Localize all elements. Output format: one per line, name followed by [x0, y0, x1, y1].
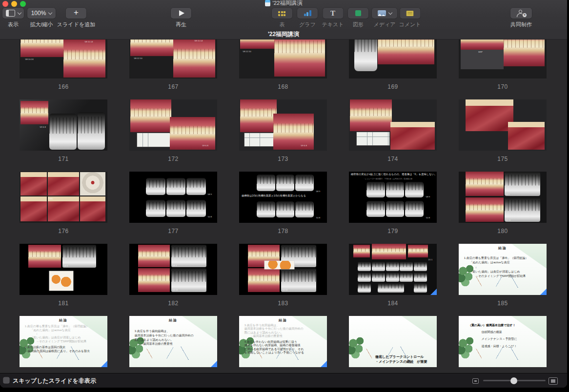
slide-text-line: 感染を伴わない肉芽組織、組織の修復補填	[244, 344, 325, 348]
hide-skipped-slides-label: スキップしたスライドを非表示	[13, 377, 96, 385]
add-person-icon: +	[516, 10, 527, 17]
slide-thumbnail-168[interactable]: '08.12.10	[239, 39, 327, 78]
slide-grid[interactable]: '08.10.24'08 11.14166'08.12.10'08 11.141…	[0, 39, 567, 388]
slide-photo-xray	[505, 197, 541, 222]
slide-number: 173	[239, 156, 327, 162]
slide-thumbnail-178[interactable]: '08 9歯槽骨は2/3の無機性基質と1/3の有機性基質とからなる'10 8	[239, 172, 327, 223]
slide-number: 176	[20, 228, 107, 235]
slide-thumbnail-174[interactable]	[349, 99, 437, 151]
slide-text-block: （質の高い）歯周基本治療で治す！信頼関係の構築メインテナンス～予防型に達成感・目…	[468, 323, 545, 352]
view-button[interactable]	[2, 8, 24, 19]
zoom-out-thumbnails-icon[interactable]	[472, 378, 479, 384]
slide-thumbnail-169[interactable]	[349, 39, 437, 78]
slide-photo-xray	[386, 273, 399, 282]
slide-photo-diagram	[49, 271, 73, 291]
slide-text-line: 歯周基本治療を十分に行った後の歯周外科の	[244, 327, 325, 331]
slide-caption: '16 11	[505, 219, 510, 221]
slide-thumbnail-167[interactable]: '08.12.10'08 11.14	[129, 39, 217, 78]
slide-cell: 緻密骨の変化がx線上に強く現れるものの、透過像は「0」を意味しない。「シュレーダ…	[349, 172, 437, 236]
slide-photo-clinical	[273, 114, 314, 150]
zoom-level-button[interactable]: 100%	[27, 8, 56, 19]
slide-cell: '08 9'16 11180	[459, 172, 547, 236]
shape-button[interactable]	[348, 8, 368, 19]
slide-photo-surgical	[48, 196, 80, 221]
play-button[interactable]	[171, 8, 191, 19]
slide-text-line: ↓	[464, 265, 545, 270]
slide-cell: '16 11183	[239, 244, 327, 309]
slide-caption: '08.12.10	[134, 57, 142, 59]
slide-photo-clinical	[20, 39, 68, 57]
slide-photo-xray	[414, 273, 427, 282]
slide-text-block: 3.炎症を伴う歯肉組織は、歯周基本治療を十分に行った後の歯周外科の際にはあまり認…	[135, 329, 216, 346]
slide-thumbnail-190[interactable]: （質の高い）歯周基本治療で治す！信頼関係の構築メインテナンス～予防型に達成感・目…	[459, 316, 547, 367]
slide-caption: '08 9	[505, 193, 509, 195]
slide-text-line: 3.炎症を伴う歯肉組織は、	[135, 329, 216, 333]
build-indicator-badge	[430, 289, 437, 295]
slide-photo-xray	[366, 201, 385, 217]
slide-thumbnail-187[interactable]: 結論3.炎症を伴う歯肉組織は、歯周基本治療を十分に行った後の歯周外科の際にはあま…	[129, 316, 217, 367]
keynote-window: '22福岡講演 表示 100% 拡大/縮小 + スライドを追加	[0, 0, 567, 388]
slide-thumbnail-177[interactable]: '08 9'10 8	[129, 172, 217, 223]
slide-caption: '08 9	[172, 264, 177, 266]
slide-thumbnail-171[interactable]: '09 6.8	[20, 99, 107, 151]
hide-skipped-slides-checkbox[interactable]	[3, 377, 9, 383]
collaborate-button[interactable]: +	[510, 8, 532, 19]
slide-cell: 結論1.炎症の最も重要な所見は「滲出」（病理総論）「ぬれた歯肉」はactiveな…	[20, 316, 107, 381]
slide-cell: SRP170	[459, 39, 547, 92]
slide-title: 結論	[459, 246, 547, 251]
slide-text-line: →歯周病の原因は歯根面にあり。それのみを除去	[25, 350, 106, 353]
slide-thumbnail-188[interactable]: 結論3.炎症を伴う肉芽組織は、歯周基本治療を十分に行った後の歯周外科の際にはあま…	[239, 316, 327, 367]
slide-thumbnail-185[interactable]: 結論1.炎症の最も重要な所見は「滲出」（病理総論）「ぬれた歯肉」はactiveな…	[459, 244, 547, 295]
slide-thumbnail-166[interactable]: '08.10.24'08 11.14	[20, 39, 107, 78]
slide-photo-xray	[146, 200, 165, 217]
zoom-in-thumbnails-icon[interactable]	[549, 377, 558, 385]
slide-photo-surgical	[48, 172, 80, 196]
slide-thumbnail-176[interactable]: EMD	[20, 172, 107, 223]
slide-thumbnail-183[interactable]: '16 11	[239, 244, 327, 295]
media-button[interactable]	[372, 8, 397, 19]
slide-number: 172	[129, 156, 217, 162]
slide-thumbnail-186[interactable]: 結論1.炎症の最も重要な所見は「滲出」（病理総論）「ぬれた歯肉」はactiveな…	[20, 316, 107, 367]
slide-text-line: 達成感・目標・よろこび！	[468, 344, 545, 348]
keynote-document-icon	[265, 0, 270, 6]
slide-photo-xray	[257, 201, 275, 218]
thumbnail-zoom-slider-thumb[interactable]	[510, 377, 517, 384]
slide-thumbnail-175[interactable]	[459, 99, 547, 151]
slide-thumbnail-172[interactable]: '09 6.8	[129, 99, 217, 151]
chart-button[interactable]	[297, 8, 318, 19]
slide-number: 171	[20, 156, 107, 162]
slide-thumbnail-182[interactable]: '08 9'16 11	[129, 244, 217, 295]
slide-caption: '10 8	[316, 216, 320, 218]
slide-caption: '08.12.10	[243, 50, 251, 52]
slide-thumbnail-181[interactable]: '08 9	[20, 244, 107, 295]
table-icon	[278, 11, 286, 16]
thumbnail-zoom-slider[interactable]	[483, 380, 546, 381]
add-slide-button[interactable]: +	[66, 8, 86, 19]
slide-text-line: 1.炎症の最も重要な所見は「滲出」（病理総論）	[25, 325, 106, 329]
text-label: テキスト	[322, 21, 344, 28]
slide-cell: '09 6.8173	[239, 99, 327, 164]
slide-thumbnail-184[interactable]: '21 1	[349, 244, 437, 295]
chevron-down-icon	[17, 10, 21, 14]
plus-icon: +	[74, 10, 79, 15]
slide-cell: '08 9'10 8177	[129, 172, 217, 236]
text-button[interactable]: T	[323, 8, 343, 19]
slide-cell: '08.12.10'08 11.14167	[129, 39, 217, 92]
comment-button[interactable]	[400, 8, 420, 19]
slide-number: 180	[459, 228, 547, 235]
slide-thumbnail-173[interactable]: '09 6.8	[239, 99, 327, 151]
slide-photo-clinical	[466, 172, 503, 196]
slide-thumbnail-170[interactable]: SRP	[459, 39, 547, 78]
slide-photo-xray	[358, 273, 371, 282]
slide-photo-instrument	[80, 172, 105, 196]
slide-photo-surgical	[80, 196, 105, 221]
slide-caption: '10 8	[426, 216, 430, 218]
slide-photo-xray	[186, 200, 206, 217]
slide-thumbnail-179[interactable]: 緻密骨の変化がx線上に強く現れるものの、透過像は「0」を意味しない。「シュレーダ…	[349, 172, 437, 223]
slide-thumbnail-180[interactable]: '08 9'16 11	[459, 172, 547, 223]
table-button[interactable]	[272, 8, 292, 19]
slide-photo-xray	[386, 182, 405, 197]
slide-thumbnail-189[interactable]: 徹底したプラークコントロール・メインテナンスの継続 が重要	[349, 316, 437, 367]
slide-text-line: 「ぬれた歯肉」はactiveな炎症	[464, 260, 545, 265]
slide-text-line: →歯周基本治療の重要性	[135, 342, 216, 346]
